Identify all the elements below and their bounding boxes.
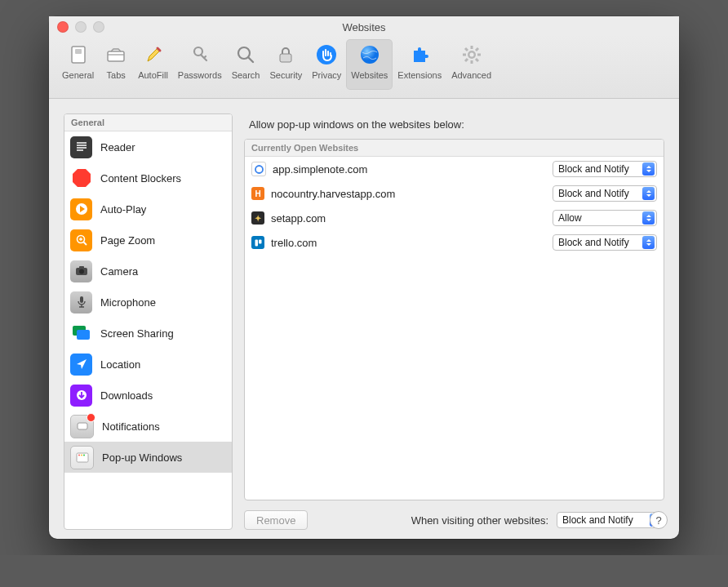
- svg-rect-1: [75, 49, 82, 54]
- svg-rect-21: [78, 423, 87, 429]
- main-heading: Allow pop-up windows on the websites bel…: [249, 118, 664, 131]
- chevron-updown-icon: [642, 187, 655, 200]
- toolbar-tab-security[interactable]: Security: [264, 39, 307, 90]
- toolbar-tab-autofill[interactable]: AutoFill: [133, 39, 173, 90]
- svg-point-25: [83, 455, 85, 456]
- svg-point-24: [81, 455, 82, 456]
- svg-rect-16: [79, 266, 84, 269]
- svg-point-7: [361, 46, 379, 64]
- sidebar-item-popup-windows[interactable]: Pop-up Windows: [64, 442, 232, 473]
- switch-icon: [66, 42, 91, 67]
- chevron-updown-icon: [642, 162, 655, 176]
- sidebar-item-screen-sharing[interactable]: Screen Sharing: [64, 318, 232, 349]
- camera-icon: [70, 260, 92, 282]
- window-title: Websites: [342, 18, 385, 33]
- sidebar-item-camera[interactable]: Camera: [64, 256, 232, 287]
- favicon-icon: H: [251, 187, 264, 200]
- favicon-icon: [251, 162, 266, 176]
- toolbar-tab-general[interactable]: General: [57, 39, 99, 90]
- website-setting-select[interactable]: Block and Notify: [553, 185, 657, 202]
- remove-button[interactable]: Remove: [244, 510, 308, 530]
- select-value: Block and Notify: [558, 163, 629, 175]
- svg-point-9: [469, 53, 473, 57]
- toolbar-tab-label: Search: [232, 70, 260, 80]
- sidebar-item-label: Location: [100, 358, 140, 371]
- window-zoom-button[interactable]: [93, 21, 104, 33]
- sidebar-item-auto-play[interactable]: Auto-Play: [64, 193, 232, 225]
- key-icon: [188, 42, 212, 67]
- svg-rect-27: [255, 239, 258, 246]
- preferences-toolbar: General Tabs AutoFill Passwords Search: [49, 34, 679, 99]
- website-domain: app.simplenote.com: [273, 163, 546, 176]
- website-list: app.simplenote.com Block and Notify H no…: [245, 157, 664, 500]
- sidebar-item-label: Microphone: [100, 296, 156, 309]
- microphone-icon: [70, 291, 92, 314]
- website-domain: setapp.com: [271, 212, 546, 225]
- screens-icon: [70, 322, 92, 345]
- sidebar-item-content-blockers[interactable]: Content Blockers: [64, 162, 232, 193]
- website-row[interactable]: ✦ setapp.com Allow: [245, 206, 664, 230]
- toolbar-tab-passwords[interactable]: Passwords: [173, 39, 227, 90]
- window-icon: [70, 446, 94, 469]
- sidebar-item-microphone[interactable]: Microphone: [64, 287, 232, 318]
- website-domain: trello.com: [271, 237, 546, 249]
- toolbar-tab-advanced[interactable]: Advanced: [446, 39, 496, 90]
- website-setting-select[interactable]: Block and Notify: [553, 161, 657, 177]
- gear-icon: [459, 42, 484, 67]
- website-setting-select[interactable]: Block and Notify: [553, 234, 657, 251]
- window-minimize-button[interactable]: [75, 21, 87, 33]
- sidebar-item-location[interactable]: Location: [64, 349, 232, 380]
- select-value: Allow: [558, 212, 582, 224]
- toolbar-tab-label: Privacy: [312, 70, 341, 80]
- svg-point-15: [79, 269, 84, 274]
- search-icon: [233, 42, 258, 67]
- website-row[interactable]: app.simplenote.com Block and Notify: [245, 157, 664, 181]
- other-websites-select[interactable]: Block and Notify: [557, 512, 664, 528]
- puzzle-icon: [407, 42, 432, 67]
- download-icon: [70, 385, 92, 407]
- toolbar-tab-label: Websites: [351, 70, 388, 80]
- sidebar-section-header: General: [64, 114, 232, 131]
- main-footer: Remove When visiting other websites: Blo…: [244, 510, 664, 530]
- svg-rect-5: [280, 54, 291, 62]
- settings-sidebar: General Reader Content Blockers Auto-Pla…: [64, 113, 233, 530]
- other-websites-label: When visiting other websites:: [411, 514, 548, 527]
- website-setting-select[interactable]: Allow: [553, 210, 657, 226]
- select-value: Block and Notify: [562, 514, 633, 526]
- sidebar-item-label: Camera: [100, 265, 138, 278]
- window-close-button[interactable]: [57, 21, 69, 33]
- globe-icon: [357, 42, 382, 67]
- lock-icon: [273, 42, 298, 67]
- stop-icon: [70, 167, 92, 189]
- toolbar-tab-websites[interactable]: Websites: [346, 39, 393, 90]
- toolbar-tab-tabs[interactable]: Tabs: [99, 39, 133, 90]
- sidebar-item-downloads[interactable]: Downloads: [64, 380, 232, 411]
- content-area: General Reader Content Blockers Auto-Pla…: [49, 99, 679, 545]
- website-row[interactable]: H nocountry.harvestapp.com Block and Not…: [245, 181, 664, 206]
- toolbar-tab-extensions[interactable]: Extensions: [393, 39, 446, 90]
- favicon-icon: ✦: [251, 211, 264, 225]
- help-button[interactable]: ?: [650, 511, 668, 529]
- location-icon: [70, 354, 92, 376]
- sidebar-list: Reader Content Blockers Auto-Play Page Z…: [64, 131, 232, 529]
- favicon-icon: [251, 236, 264, 249]
- website-row[interactable]: trello.com Block and Notify: [245, 230, 664, 255]
- svg-marker-10: [73, 169, 91, 187]
- hand-icon: [314, 42, 339, 67]
- pencil-icon: [140, 42, 165, 67]
- sidebar-item-label: Pop-up Windows: [102, 451, 182, 464]
- select-value: Block and Notify: [558, 188, 629, 199]
- svg-rect-17: [80, 296, 83, 303]
- toolbar-tab-privacy[interactable]: Privacy: [307, 39, 346, 90]
- sidebar-item-page-zoom[interactable]: Page Zoom: [64, 225, 232, 256]
- tabs-icon: [104, 42, 128, 67]
- toolbar-tab-label: Tabs: [107, 70, 126, 80]
- toolbar-tab-label: Extensions: [397, 70, 442, 80]
- toolbar-tab-search[interactable]: Search: [227, 39, 265, 90]
- preferences-window: Websites General Tabs AutoFill Password: [49, 16, 679, 539]
- sidebar-item-label: Reader: [100, 141, 135, 153]
- sidebar-item-label: Notifications: [102, 420, 160, 433]
- sidebar-item-notifications[interactable]: Notifications: [64, 411, 232, 442]
- sidebar-item-reader[interactable]: Reader: [64, 131, 232, 162]
- website-list-header: Currently Open Websites: [245, 140, 664, 157]
